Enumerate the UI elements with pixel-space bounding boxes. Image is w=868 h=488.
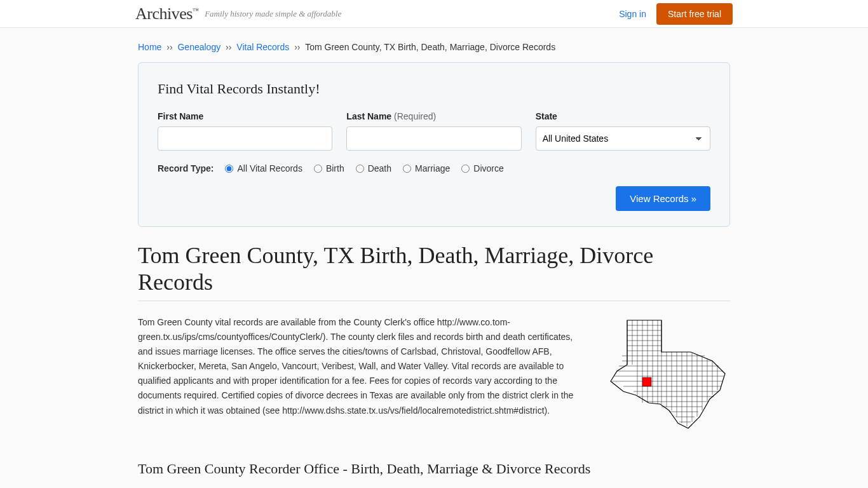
tagline: Family history made simple & affordable xyxy=(205,9,341,19)
breadcrumb-home[interactable]: Home xyxy=(138,42,161,52)
state-label: State xyxy=(536,111,710,121)
view-records-button[interactable]: View Records » xyxy=(616,186,710,211)
texas-map-icon xyxy=(603,315,730,436)
texas-map xyxy=(603,315,730,438)
last-name-input[interactable] xyxy=(346,126,521,151)
search-title: Find Vital Records Instantly! xyxy=(158,81,710,97)
last-name-label: Last Name (Required) xyxy=(346,111,521,121)
breadcrumb-current: Tom Green County, TX Birth, Death, Marri… xyxy=(305,42,555,52)
first-name-label: First Name xyxy=(158,111,332,121)
body-text: Tom Green County vital records are avail… xyxy=(138,315,588,438)
radio-death[interactable]: Death xyxy=(356,163,391,173)
breadcrumb-vital-records[interactable]: Vital Records xyxy=(236,42,289,52)
radio-divorce[interactable]: Divorce xyxy=(461,163,503,173)
search-panel: Find Vital Records Instantly! First Name… xyxy=(138,62,730,227)
record-type-label: Record Type: xyxy=(158,163,214,173)
highlighted-county xyxy=(642,377,651,386)
signin-link[interactable]: Sign in xyxy=(619,9,646,19)
start-trial-button[interactable]: Start free trial xyxy=(656,3,733,25)
radio-marriage[interactable]: Marriage xyxy=(403,163,450,173)
top-bar: Archives™ Family history made simple & a… xyxy=(0,0,868,28)
state-select[interactable]: All United States xyxy=(536,126,710,151)
breadcrumb: Home ›› Genealogy ›› Vital Records ›› To… xyxy=(138,28,730,62)
radio-birth[interactable]: Birth xyxy=(314,163,344,173)
first-name-input[interactable] xyxy=(158,126,332,151)
recorder-section-title: Tom Green County Recorder Office - Birth… xyxy=(138,461,730,477)
site-logo[interactable]: Archives™ xyxy=(135,4,198,24)
breadcrumb-genealogy[interactable]: Genealogy xyxy=(177,42,220,52)
radio-all-vital[interactable]: All Vital Records xyxy=(225,163,302,173)
page-title: Tom Green County, TX Birth, Death, Marri… xyxy=(138,242,730,301)
